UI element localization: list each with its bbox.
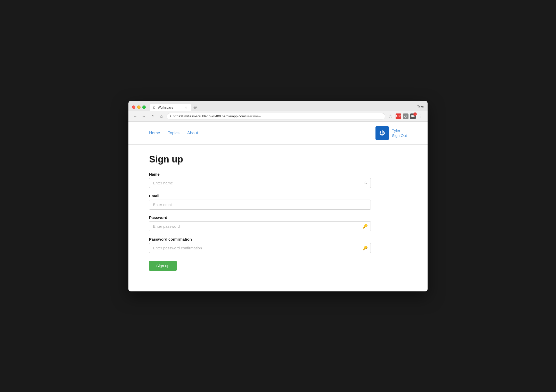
maximize-button[interactable] (142, 105, 146, 109)
browser-user-label: Tyler (417, 105, 424, 110)
user-area: ⏻ Tyler Sign Out (375, 126, 407, 140)
name-form-group: Name 🗂 (149, 172, 407, 188)
toolbar: ← → ↻ ⌂ ℹ https://limitless-scrubland-98… (128, 111, 428, 122)
password-form-group: Password 🔑 (149, 215, 407, 231)
password-label: Password (149, 215, 407, 220)
password-confirmation-input-wrapper: 🔑 (149, 243, 371, 253)
password-input-wrapper: 🔑 (149, 221, 371, 231)
nav-link-topics[interactable]: Topics (168, 131, 179, 135)
name-label: Name (149, 172, 407, 176)
email-input[interactable] (149, 200, 371, 210)
page-title: Sign up (149, 154, 407, 165)
tabs-bar: 🗋 Workspace × ⊕ (150, 103, 415, 111)
user-avatar: ⏻ (375, 126, 389, 140)
email-label: Email (149, 194, 407, 198)
extension-badge: 1 (413, 112, 417, 116)
new-tab-button[interactable]: ⊕ (191, 103, 199, 111)
forward-button[interactable]: → (140, 113, 148, 120)
reload-button[interactable]: ↻ (149, 113, 156, 120)
password-confirmation-label: Password confirmation (149, 237, 407, 241)
address-url: https://limitless-scrubland-98400.heroku… (173, 114, 382, 118)
email-input-wrapper (149, 200, 371, 210)
browser-tab[interactable]: 🗋 Workspace × (150, 104, 191, 111)
browser-window: 🗋 Workspace × ⊕ Tyler ← → ↻ ⌂ ℹ https://… (128, 101, 428, 291)
title-bar: 🗋 Workspace × ⊕ Tyler (128, 101, 428, 111)
page-content: Home Topics About ⏻ Tyler Sign Out Sign … (128, 122, 428, 291)
user-info: Tyler Sign Out (392, 128, 407, 138)
browser-menu-button[interactable]: ⋮ (417, 113, 424, 120)
home-button[interactable]: ⌂ (158, 113, 165, 120)
password-confirmation-form-group: Password confirmation 🔑 (149, 237, 407, 253)
nav-link-home[interactable]: Home (149, 131, 160, 135)
address-bar[interactable]: ℹ https://limitless-scrubland-98400.hero… (167, 113, 385, 119)
da-extension[interactable]: DA 1 (410, 113, 416, 119)
minimize-button[interactable] (137, 105, 141, 109)
secure-icon: ℹ (170, 115, 171, 118)
abp-extension[interactable]: ABP (396, 113, 401, 119)
power-icon: ⏻ (379, 130, 385, 136)
back-button[interactable]: ← (132, 113, 139, 120)
sign-out-link[interactable]: Sign Out (392, 133, 407, 138)
tab-page-icon: 🗋 (153, 106, 156, 109)
tab-title: Workspace (158, 106, 182, 109)
abp-icon: ABP (396, 113, 401, 119)
email-form-group: Email (149, 194, 407, 210)
password-input[interactable] (149, 221, 371, 231)
tab-close-button[interactable]: × (184, 105, 188, 110)
nav-links: Home Topics About (149, 131, 375, 135)
user-name-link[interactable]: Tyler (392, 128, 407, 133)
name-input[interactable] (149, 178, 371, 188)
signup-button[interactable]: Sign up (149, 261, 177, 271)
bookmark-button[interactable]: ☆ (387, 113, 394, 120)
name-input-wrapper: 🗂 (149, 178, 371, 188)
nav-link-about[interactable]: About (187, 131, 198, 135)
main-content: Sign up Name 🗂 Email Password (128, 145, 428, 291)
ext-shield-icon: 🛡 (403, 113, 408, 119)
site-nav: Home Topics About ⏻ Tyler Sign Out (128, 122, 428, 145)
password-confirmation-input[interactable] (149, 243, 371, 253)
ext-icon-1[interactable]: 🛡 (403, 113, 408, 119)
traffic-lights (132, 105, 146, 109)
close-button[interactable] (132, 105, 135, 109)
